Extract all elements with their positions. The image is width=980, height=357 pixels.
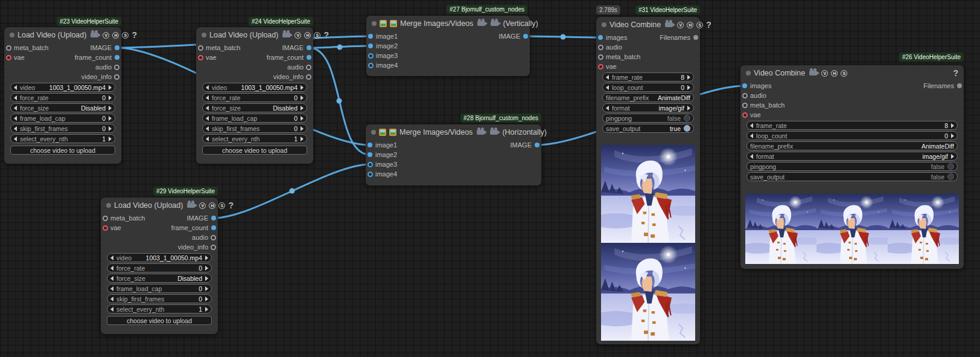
widget-video[interactable]: video 1003_1_00050.mp4 — [202, 83, 307, 92]
output-slot-audio[interactable] — [211, 235, 216, 240]
output-slot-audio[interactable] — [306, 65, 311, 70]
widget-pingpong-toggle[interactable]: pingpong false — [746, 162, 958, 171]
increment-arrow-icon[interactable] — [109, 137, 112, 141]
input-slot-meta-batch[interactable] — [103, 216, 108, 221]
widget-pingpong-toggle[interactable]: pingpong false — [602, 114, 694, 123]
node-titlebar[interactable]: Video Combine V H S ? — [740, 65, 964, 81]
decrement-arrow-icon[interactable] — [606, 75, 609, 80]
output-slot-frame-count[interactable] — [115, 55, 119, 60]
decrement-arrow-icon[interactable] — [206, 106, 209, 111]
output-slot-image[interactable] — [211, 216, 216, 220]
input-slot-vae[interactable] — [598, 64, 603, 69]
increment-arrow-icon[interactable] — [951, 123, 954, 128]
toggle-knob-icon[interactable] — [684, 115, 690, 121]
decrement-arrow-icon[interactable] — [606, 85, 609, 90]
choose-video-button[interactable]: choose video to upload — [10, 146, 115, 155]
widget-video[interactable]: video 1003_1_00050.mp4 — [107, 253, 212, 262]
input-slot-meta-batch[interactable] — [742, 103, 748, 108]
collapse-dot-icon[interactable] — [371, 130, 376, 135]
widget-force-size[interactable]: force_size Disabled — [10, 103, 115, 112]
video-preview-frame[interactable] — [601, 145, 695, 243]
output-slot-video-info[interactable] — [114, 74, 119, 80]
increment-arrow-icon[interactable] — [109, 116, 112, 121]
increment-arrow-icon[interactable] — [205, 276, 208, 281]
increment-arrow-icon[interactable] — [951, 154, 954, 159]
toggle-knob-icon[interactable] — [947, 173, 954, 180]
decrement-arrow-icon[interactable] — [206, 126, 209, 131]
decrement-arrow-icon[interactable] — [110, 307, 113, 312]
increment-arrow-icon[interactable] — [301, 95, 304, 100]
node-titlebar[interactable]: Merge Images/Videos (Vertically) — [366, 16, 530, 31]
collapse-dot-icon[interactable] — [746, 71, 751, 76]
increment-arrow-icon[interactable] — [205, 297, 208, 301]
toggle-knob-icon[interactable] — [947, 163, 954, 170]
output-slot-frame-count[interactable] — [307, 55, 311, 60]
decrement-arrow-icon[interactable] — [606, 106, 609, 111]
node-titlebar[interactable]: Video Combine V H S ? — [596, 17, 700, 33]
help-icon[interactable]: ? — [323, 30, 329, 40]
increment-arrow-icon[interactable] — [109, 85, 112, 90]
collapse-dot-icon[interactable] — [372, 21, 377, 26]
increment-arrow-icon[interactable] — [301, 85, 304, 90]
node-titlebar[interactable]: Load Video (Upload) V H S ? — [196, 27, 313, 43]
increment-arrow-icon[interactable] — [301, 116, 304, 121]
widget-select-every-nth[interactable]: select_every_nth 1 — [202, 134, 307, 143]
widget-filename-prefix[interactable]: filename_prefix AnimateDiff — [746, 141, 958, 150]
output-slot-filenames[interactable] — [957, 83, 962, 88]
increment-arrow-icon[interactable] — [687, 85, 690, 90]
choose-video-button[interactable]: choose video to upload — [107, 316, 212, 325]
node-titlebar[interactable]: Merge Images/Videos (Horizontally) — [366, 124, 541, 140]
collapse-dot-icon[interactable] — [10, 33, 14, 37]
increment-arrow-icon[interactable] — [205, 256, 208, 260]
input-slot-image1[interactable] — [368, 34, 373, 39]
decrement-arrow-icon[interactable] — [14, 137, 17, 141]
widget-loop-count[interactable]: loop_count 0 — [602, 83, 694, 92]
decrement-arrow-icon[interactable] — [206, 137, 209, 141]
decrement-arrow-icon[interactable] — [14, 95, 17, 100]
output-slot-image[interactable] — [523, 34, 528, 39]
decrement-arrow-icon[interactable] — [750, 123, 753, 128]
choose-video-button[interactable]: choose video to upload — [202, 146, 307, 155]
decrement-arrow-icon[interactable] — [110, 276, 113, 281]
increment-arrow-icon[interactable] — [687, 106, 690, 111]
video-preview[interactable] — [601, 145, 695, 341]
input-slot-meta-batch[interactable] — [198, 45, 203, 51]
increment-arrow-icon[interactable] — [109, 95, 112, 100]
output-slot-audio[interactable] — [114, 65, 119, 70]
increment-arrow-icon[interactable] — [109, 126, 112, 131]
video-preview-frame[interactable] — [888, 194, 959, 264]
widget-loop-count[interactable]: loop_count 0 — [746, 131, 958, 140]
decrement-arrow-icon[interactable] — [110, 256, 113, 260]
decrement-arrow-icon[interactable] — [750, 133, 753, 138]
widget-video[interactable]: video 1003_1_00050.mp4 — [10, 83, 115, 92]
output-slot-frame-count[interactable] — [211, 225, 216, 230]
decrement-arrow-icon[interactable] — [206, 95, 209, 100]
widget-save-output-toggle[interactable]: save_output false — [746, 172, 958, 181]
increment-arrow-icon[interactable] — [301, 106, 304, 111]
input-slot-vae[interactable] — [742, 112, 748, 118]
widget-save-output-toggle[interactable]: save_output true — [602, 124, 694, 133]
output-slot-video-info[interactable] — [306, 74, 311, 80]
decrement-arrow-icon[interactable] — [110, 286, 113, 291]
input-slot-image4[interactable] — [368, 63, 374, 68]
widget-force-rate[interactable]: force_rate 0 — [202, 93, 307, 102]
increment-arrow-icon[interactable] — [205, 286, 208, 291]
output-slot-image[interactable] — [307, 45, 311, 50]
help-icon[interactable]: ? — [132, 30, 137, 40]
video-preview-frame[interactable] — [745, 194, 816, 264]
widget-force-size[interactable]: force_size Disabled — [107, 274, 212, 283]
collapse-dot-icon[interactable] — [106, 203, 111, 208]
video-preview[interactable] — [745, 194, 959, 264]
widget-force-rate[interactable]: force_rate 0 — [107, 263, 212, 272]
increment-arrow-icon[interactable] — [109, 106, 112, 111]
widget-filename-prefix[interactable]: filename_prefix AnimateDiff — [602, 93, 694, 102]
widget-skip-first-frames[interactable]: skip_first_frames 0 — [107, 294, 212, 303]
collapse-dot-icon[interactable] — [602, 22, 606, 27]
help-icon[interactable]: ? — [953, 68, 958, 78]
increment-arrow-icon[interactable] — [205, 266, 208, 271]
widget-select-every-nth[interactable]: select_every_nth 1 — [10, 134, 115, 143]
widget-skip-first-frames[interactable]: skip_first_frames 0 — [202, 124, 307, 133]
increment-arrow-icon[interactable] — [301, 126, 304, 131]
video-preview-frame[interactable] — [816, 194, 888, 264]
decrement-arrow-icon[interactable] — [14, 106, 17, 111]
